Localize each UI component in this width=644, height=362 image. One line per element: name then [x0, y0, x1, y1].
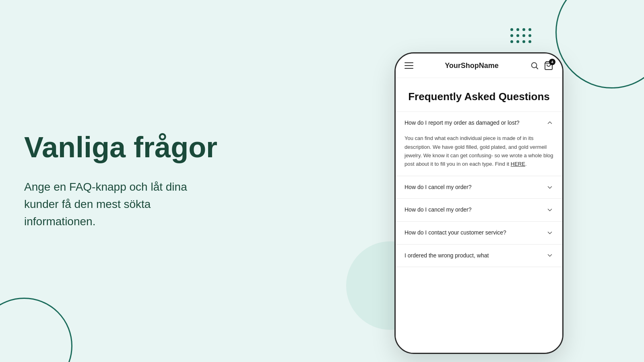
phone-frame: YourShopName 4	[394, 52, 564, 354]
faq-question-text-5: I ordered the wrong product, what	[405, 252, 543, 260]
dot	[522, 28, 525, 31]
header-icons: 4	[530, 61, 553, 70]
faq-item-5: I ordered the wrong product, what	[396, 245, 562, 267]
dot	[516, 40, 519, 43]
dot	[516, 34, 519, 37]
dot	[516, 28, 519, 31]
dot	[522, 34, 525, 37]
chevron-down-icon-4	[546, 229, 553, 237]
dot	[522, 40, 525, 43]
page-title: Vanliga frågor	[24, 132, 258, 163]
faq-item-2: How do I cancel my order?	[396, 176, 562, 199]
phone-header: YourShopName 4	[396, 53, 562, 78]
faq-item-3: How do I cancel my order?	[396, 199, 562, 222]
faq-question-3[interactable]: How do I cancel my order?	[396, 199, 562, 221]
faq-question-4[interactable]: How do I contact your customer service?	[396, 222, 562, 244]
dot	[510, 34, 513, 37]
faq-question-1[interactable]: How do I report my order as damaged or l…	[396, 112, 562, 134]
decorative-dots-grid	[510, 28, 531, 43]
shop-name: YourShopName	[445, 62, 499, 70]
phone-content: Frequently Asked Questions How do I repo…	[396, 78, 562, 353]
chevron-up-icon-1	[546, 119, 553, 126]
faq-item-4: How do I contact your customer service?	[396, 222, 562, 245]
left-panel: Vanliga frågor Ange en FAQ-knapp och låt…	[24, 0, 258, 362]
phone-mockup: YourShopName 4	[394, 52, 564, 354]
svg-point-0	[532, 63, 537, 68]
faq-answer-1: You can find what each individual piece …	[396, 134, 562, 176]
faq-question-text-2: How do I cancel my order?	[405, 183, 543, 191]
faq-question-text-1: How do I report my order as damaged or l…	[405, 119, 543, 127]
faq-answer-link-1[interactable]: HERE	[511, 161, 525, 167]
dot	[528, 34, 531, 37]
cart-button[interactable]: 4	[544, 61, 553, 70]
decorative-circle-top-right	[555, 0, 644, 88]
svg-line-1	[536, 67, 538, 69]
dot	[528, 28, 531, 31]
hamburger-line-1	[405, 62, 413, 63]
chevron-down-icon-2	[546, 184, 553, 191]
faq-question-5[interactable]: I ordered the wrong product, what	[396, 245, 562, 267]
faq-title: Frequently Asked Questions	[396, 78, 562, 112]
hamburger-line-3	[405, 68, 413, 69]
dot	[510, 28, 513, 31]
dot	[528, 40, 531, 43]
dot	[510, 40, 513, 43]
faq-item-1: How do I report my order as damaged or l…	[396, 112, 562, 176]
faq-list: How do I report my order as damaged or l…	[396, 112, 562, 267]
search-icon	[530, 61, 539, 70]
hamburger-line-2	[405, 65, 413, 66]
search-button[interactable]	[530, 61, 539, 70]
faq-question-text-3: How do I cancel my order?	[405, 206, 543, 214]
chevron-down-icon-5	[546, 252, 553, 259]
hamburger-menu-button[interactable]	[405, 62, 413, 69]
cart-badge: 4	[549, 59, 555, 65]
faq-answer-text-1: You can find what each individual piece …	[405, 134, 553, 169]
faq-question-text-4: How do I contact your customer service?	[405, 229, 543, 237]
chevron-down-icon-3	[546, 206, 553, 214]
page-subtitle: Ange en FAQ-knapp och låt dina kunder få…	[24, 178, 217, 230]
faq-question-2[interactable]: How do I cancel my order?	[396, 176, 562, 199]
